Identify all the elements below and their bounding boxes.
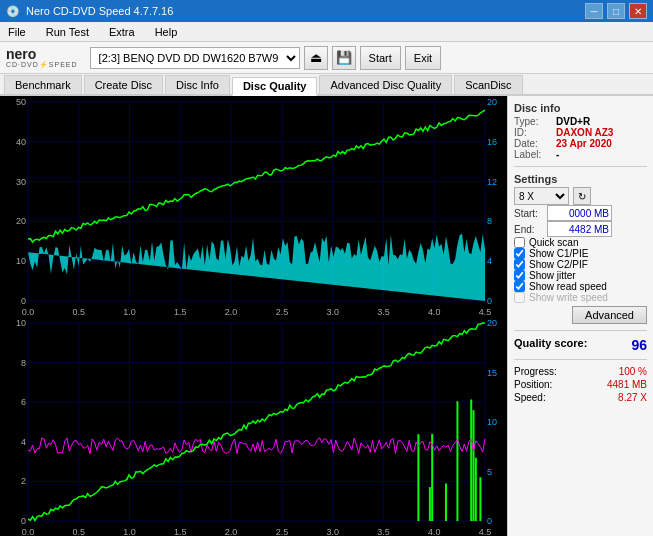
tab-disc-quality[interactable]: Disc Quality	[232, 77, 318, 96]
tab-disc-info[interactable]: Disc Info	[165, 75, 230, 94]
disc-type-row: Type: DVD+R	[514, 116, 647, 127]
show-c2-row: Show C2/PIF	[514, 259, 647, 270]
menu-run-test[interactable]: Run Test	[42, 25, 93, 39]
tab-scan-disc[interactable]: ScanDisc	[454, 75, 522, 94]
disc-label-label: Label:	[514, 149, 552, 160]
top-chart-container	[0, 96, 507, 317]
tab-benchmark[interactable]: Benchmark	[4, 75, 82, 94]
title-bar-text: Nero CD-DVD Speed 4.7.7.16	[26, 5, 173, 17]
app-icon: 💿	[6, 5, 20, 18]
disc-id-label: ID:	[514, 127, 552, 138]
title-bar: 💿 Nero CD-DVD Speed 4.7.7.16 ─ □ ✕	[0, 0, 653, 22]
main-content: Disc info Type: DVD+R ID: DAXON AZ3 Date…	[0, 96, 653, 536]
progress-row: Progress: 100 %	[514, 366, 647, 377]
logo-sub-text: CD·DVD⚡SPEED	[6, 61, 78, 68]
show-jitter-label: Show jitter	[529, 270, 576, 281]
right-panel: Disc info Type: DVD+R ID: DAXON AZ3 Date…	[508, 96, 653, 536]
disc-date-row: Date: 23 Apr 2020	[514, 138, 647, 149]
advanced-button[interactable]: Advanced	[572, 306, 647, 324]
logo-nero-text: nero	[6, 47, 36, 61]
disc-id-row: ID: DAXON AZ3	[514, 127, 647, 138]
app-logo: nero CD·DVD⚡SPEED	[6, 47, 78, 68]
position-label: Position:	[514, 379, 552, 390]
eject-button[interactable]: ⏏	[304, 46, 328, 70]
maximize-button[interactable]: □	[607, 3, 625, 19]
progress-label: Progress:	[514, 366, 557, 377]
toolbar: nero CD·DVD⚡SPEED [2:3] BENQ DVD DD DW16…	[0, 42, 653, 74]
quality-score-label: Quality score:	[514, 337, 587, 353]
disc-date-label: Date:	[514, 138, 552, 149]
show-c1-row: Show C1/PIE	[514, 248, 647, 259]
quality-score-row: Quality score: 96	[514, 337, 647, 353]
position-value: 4481 MB	[607, 379, 647, 390]
menu-help[interactable]: Help	[151, 25, 182, 39]
disc-info-section: Disc info Type: DVD+R ID: DAXON AZ3 Date…	[514, 102, 647, 160]
end-input[interactable]	[547, 221, 612, 237]
speed-selector[interactable]: 8 X	[514, 187, 569, 205]
minimize-button[interactable]: ─	[585, 3, 603, 19]
top-chart	[0, 96, 507, 317]
bottom-chart-container	[0, 317, 507, 537]
show-c2-label: Show C2/PIF	[529, 259, 588, 270]
show-write-speed-checkbox[interactable]	[514, 292, 525, 303]
show-jitter-checkbox[interactable]	[514, 270, 525, 281]
menu-extra[interactable]: Extra	[105, 25, 139, 39]
disc-date-value: 23 Apr 2020	[556, 138, 612, 149]
show-read-speed-row: Show read speed	[514, 281, 647, 292]
start-button[interactable]: Start	[360, 46, 401, 70]
speed-row: Speed: 8.27 X	[514, 392, 647, 403]
speed-row: 8 X ↻	[514, 187, 647, 205]
divider-2	[514, 330, 647, 331]
tab-create-disc[interactable]: Create Disc	[84, 75, 163, 94]
show-write-speed-label: Show write speed	[529, 292, 608, 303]
show-read-speed-checkbox[interactable]	[514, 281, 525, 292]
start-input[interactable]	[547, 205, 612, 221]
quick-scan-row: Quick scan	[514, 237, 647, 248]
quality-score-value: 96	[631, 337, 647, 353]
window-controls[interactable]: ─ □ ✕	[585, 3, 647, 19]
settings-section: Settings 8 X ↻ Start: End: Quick scan	[514, 173, 647, 324]
close-button[interactable]: ✕	[629, 3, 647, 19]
disc-info-title: Disc info	[514, 102, 647, 114]
start-label: Start:	[514, 208, 544, 219]
quick-scan-checkbox[interactable]	[514, 237, 525, 248]
end-row: End:	[514, 221, 647, 237]
show-c1-label: Show C1/PIE	[529, 248, 588, 259]
show-write-speed-row: Show write speed	[514, 292, 647, 303]
show-jitter-row: Show jitter	[514, 270, 647, 281]
menu-bar: File Run Test Extra Help	[0, 22, 653, 42]
disc-label-value: -	[556, 149, 559, 160]
speed-value: 8.27 X	[618, 392, 647, 403]
bottom-chart	[0, 317, 507, 537]
divider-1	[514, 166, 647, 167]
speed-label: Speed:	[514, 392, 546, 403]
position-row: Position: 4481 MB	[514, 379, 647, 390]
start-row: Start:	[514, 205, 647, 221]
progress-section: Progress: 100 % Position: 4481 MB Speed:…	[514, 366, 647, 403]
tab-bar: Benchmark Create Disc Disc Info Disc Qua…	[0, 74, 653, 96]
show-c1-checkbox[interactable]	[514, 248, 525, 259]
exit-button[interactable]: Exit	[405, 46, 441, 70]
tab-advanced-disc-quality[interactable]: Advanced Disc Quality	[319, 75, 452, 94]
menu-file[interactable]: File	[4, 25, 30, 39]
save-button[interactable]: 💾	[332, 46, 356, 70]
quick-scan-label: Quick scan	[529, 237, 578, 248]
drive-selector[interactable]: [2:3] BENQ DVD DD DW1620 B7W9	[90, 47, 300, 69]
settings-title: Settings	[514, 173, 647, 185]
disc-id-value: DAXON AZ3	[556, 127, 613, 138]
end-label: End:	[514, 224, 544, 235]
disc-type-value: DVD+R	[556, 116, 590, 127]
progress-value: 100 %	[619, 366, 647, 377]
disc-label-row: Label: -	[514, 149, 647, 160]
disc-type-label: Type:	[514, 116, 552, 127]
refresh-button[interactable]: ↻	[573, 187, 591, 205]
show-read-speed-label: Show read speed	[529, 281, 607, 292]
divider-3	[514, 359, 647, 360]
charts-area	[0, 96, 508, 536]
show-c2-checkbox[interactable]	[514, 259, 525, 270]
